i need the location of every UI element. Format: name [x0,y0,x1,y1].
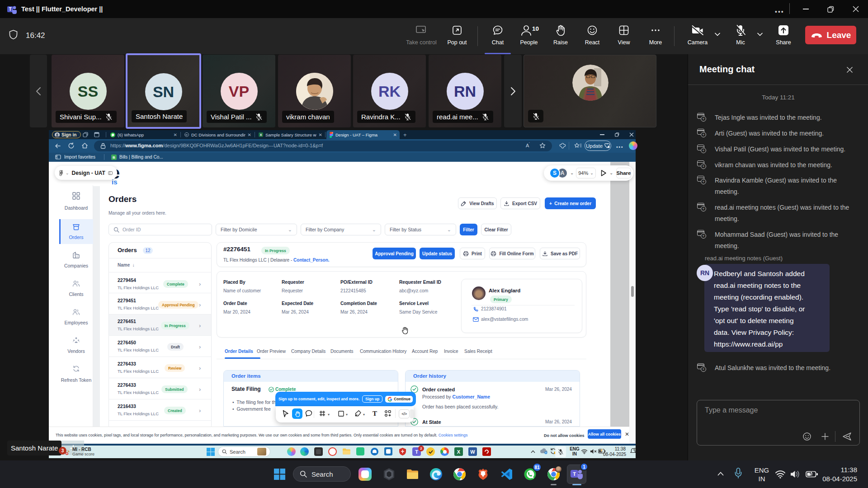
svg-text:T: T [9,7,11,12]
svg-text:31: 31 [634,448,636,450]
svg-text:T: T [573,471,576,477]
svg-text:10: 10 [532,25,539,32]
